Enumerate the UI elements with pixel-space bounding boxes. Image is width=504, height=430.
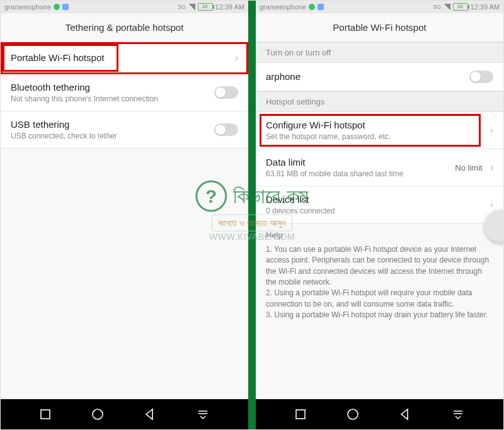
nav-recent-button[interactable]	[294, 408, 307, 421]
phone-left: grameenphone 3G 22 12:39 AM Tethering & …	[1, 1, 248, 429]
row-title: Bluetooth tethering	[11, 82, 214, 93]
row-title: Device list	[266, 194, 485, 205]
row-subtitle: Set the hotspot name, password, etc.	[266, 132, 485, 141]
row-title: Configure Wi-Fi hotspot	[266, 120, 485, 131]
row-bluetooth-tethering[interactable]: Bluetooth tethering Not sharing this pho…	[1, 74, 248, 111]
row-configure-hotspot[interactable]: Configure Wi-Fi hotspot Set the hotspot …	[256, 112, 503, 149]
status-dot-icon	[309, 4, 315, 10]
network-type-label: 3G	[178, 4, 186, 10]
chevron-right-icon: ›	[490, 199, 493, 210]
chevron-right-icon: ›	[235, 52, 238, 64]
usb-tethering-toggle[interactable]	[214, 123, 238, 136]
row-title: USB tethering	[11, 119, 214, 130]
svg-point-1	[93, 409, 103, 419]
phone-right: grameenphone 3G 22 12:39 AM Portable Wi-…	[256, 1, 503, 429]
signal-icon	[444, 4, 450, 10]
empty-area	[256, 334, 503, 399]
status-bar: grameenphone 3G 22 12:39 AM	[1, 1, 248, 13]
row-hotspot-name[interactable]: arphone	[256, 63, 503, 91]
nav-dropdown-button[interactable]	[451, 407, 465, 421]
nav-home-button[interactable]	[91, 407, 105, 421]
bluetooth-tethering-toggle[interactable]	[214, 86, 238, 99]
battery-icon: 22	[198, 3, 213, 11]
row-subtitle: Not sharing this phone's Internet connec…	[11, 94, 214, 103]
nav-back-button[interactable]	[398, 407, 412, 421]
hotspot-toggle[interactable]	[469, 71, 493, 83]
help-block: Help 1. You can use a portable Wi-Fi hot…	[256, 223, 503, 334]
nav-home-button[interactable]	[346, 407, 360, 421]
row-subtitle: 63.81 MB of mobile data shared last time	[266, 169, 455, 178]
row-usb-tethering[interactable]: USB tethering USB connected, check to te…	[1, 111, 248, 149]
nav-back-button[interactable]	[143, 407, 157, 421]
row-device-list[interactable]: Device list 0 devices connected ›	[256, 186, 503, 223]
empty-area	[1, 149, 248, 399]
network-type-label: 3G	[433, 4, 442, 10]
section-turn-on-off: Turn on or turn off	[256, 42, 503, 63]
svg-rect-0	[41, 410, 50, 419]
hotspot-name: arphone	[266, 71, 469, 82]
status-bar: grameenphone 3G 22 12:39 AM	[256, 1, 503, 13]
battery-icon: 22	[453, 3, 468, 11]
nav-bar	[1, 399, 248, 429]
chevron-right-icon: ›	[490, 125, 493, 136]
status-square-icon	[318, 4, 324, 10]
page-title: Portable Wi-Fi hotspot	[256, 13, 503, 42]
data-limit-value: No limit	[455, 163, 482, 173]
nav-dropdown-button[interactable]	[196, 407, 210, 421]
row-portable-wifi-hotspot[interactable]: Portable Wi-Fi hotspot ›	[1, 42, 248, 74]
chevron-right-icon: ›	[490, 162, 493, 173]
clock-label: 12:39 AM	[215, 3, 244, 11]
clock-label: 12:39 AM	[471, 3, 500, 11]
help-title: Help	[266, 230, 493, 242]
row-title: Portable Wi-Fi hotspot	[11, 52, 230, 64]
page-title: Tethering & portable hotspot	[1, 13, 248, 42]
svg-point-3	[348, 409, 358, 419]
row-title: Data limit	[266, 157, 455, 168]
row-subtitle: 0 devices connected	[266, 207, 485, 215]
row-subtitle: USB connected, check to tether	[11, 132, 214, 140]
status-square-icon	[62, 4, 69, 10]
carrier-label: grameenphone	[260, 3, 306, 11]
row-data-limit[interactable]: Data limit 63.81 MB of mobile data share…	[256, 149, 503, 186]
signal-icon	[189, 4, 195, 10]
status-dot-icon	[54, 4, 60, 10]
carrier-label: grameenphone	[4, 3, 51, 11]
nav-recent-button[interactable]	[39, 408, 52, 421]
nav-bar	[256, 399, 503, 429]
svg-rect-2	[296, 410, 305, 419]
section-hotspot-settings: Hotspot settings	[256, 91, 503, 112]
screenshot-divider	[248, 1, 256, 429]
help-text: 1. You can use a portable Wi-Fi hotspot …	[266, 244, 493, 321]
